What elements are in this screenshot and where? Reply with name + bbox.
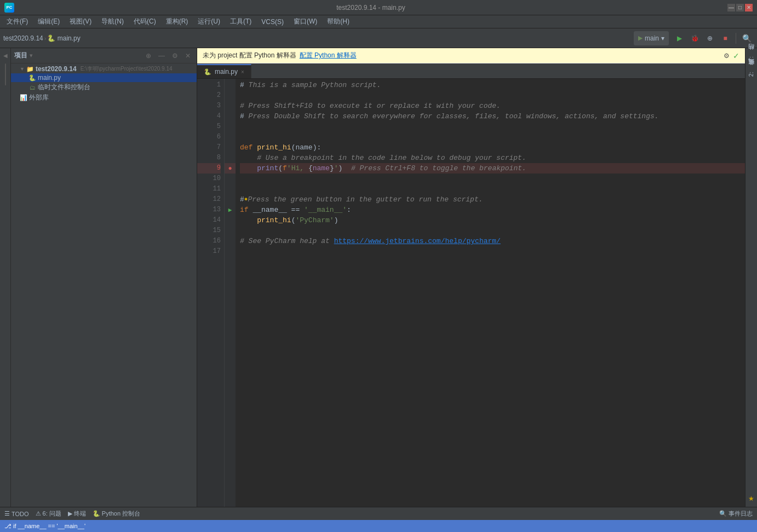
code-content[interactable]: # This is a sample Python script. # Pres… xyxy=(236,79,745,507)
debug-button[interactable]: 🐞 xyxy=(687,31,702,45)
tree-label-main-py: main.py xyxy=(38,74,61,82)
tree-label-external-lib: 外部库 xyxy=(29,93,49,102)
code-line-8: # Use a breakpoint in the code line belo… xyxy=(240,153,745,163)
run-config-name: main xyxy=(645,34,659,42)
menu-help[interactable]: 帮助(H) xyxy=(323,16,354,27)
notification-text: 未为 project 配置 Python 解释器 xyxy=(203,51,296,60)
code-line-10 xyxy=(240,174,745,184)
run-config-icon: ▶ xyxy=(638,34,643,42)
tab-main-py[interactable]: 🐍 main.py × xyxy=(197,64,251,78)
run-button[interactable]: ▶ xyxy=(672,31,686,45)
run-config-dropdown-icon: ▾ xyxy=(661,34,664,42)
menu-window[interactable]: 窗口(W) xyxy=(289,16,322,27)
tab-filename: main.py xyxy=(215,68,238,76)
breakpoint-marker[interactable]: ● xyxy=(225,163,236,174)
tab-bar: 🐍 main.py × xyxy=(197,63,745,79)
breadcrumb-file[interactable]: 🐍 main.py xyxy=(47,34,80,42)
gutter: ● ▶ xyxy=(225,79,236,507)
bottom-bar: ☰ TODO ⚠ 6: 问题 ▶ 终端 🐍 Python 控制台 🔍 事件日志 xyxy=(0,507,757,520)
notification-dismiss-icon[interactable]: ✓ xyxy=(733,51,739,60)
event-log-label: 事件日志 xyxy=(729,510,753,518)
window-controls: — □ ✕ xyxy=(727,4,753,11)
sidebar-toggle-icon[interactable]: ◀ xyxy=(1,50,10,60)
todo-icon: ☰ xyxy=(4,510,10,517)
app-logo: PC xyxy=(4,3,14,13)
menu-tools[interactable]: 工具(T) xyxy=(226,16,256,27)
toolbar: test2020.9.14 › 🐍 main.py ▶ main ▾ ▶ 🐞 ⊕… xyxy=(0,28,757,48)
problems-button[interactable]: ⚠ 6: 问题 xyxy=(36,510,61,518)
python-console-label: Python 控制台 xyxy=(102,510,140,518)
todo-button[interactable]: ☰ TODO xyxy=(4,510,29,517)
structure-panel-button[interactable]: 7: 结构 xyxy=(746,50,756,66)
terminal-button[interactable]: ▶ 终端 xyxy=(68,510,86,518)
favorites-panel-button[interactable]: 2: 收藏夹 xyxy=(746,66,756,81)
coverage-button[interactable]: ⊕ xyxy=(703,31,717,45)
event-log-button[interactable]: 🔍 事件日志 xyxy=(719,510,753,518)
run-arrow-marker[interactable]: ▶ xyxy=(225,205,236,215)
code-line-7: def print_hi(name): xyxy=(240,142,745,153)
stop-button[interactable]: ■ xyxy=(718,31,732,45)
run-configuration-selector[interactable]: ▶ main ▾ xyxy=(634,31,669,45)
python-console-icon: 🐍 xyxy=(93,510,100,517)
tab-python-icon: 🐍 xyxy=(204,68,211,76)
code-line-3: # Press Shift+F10 to execute it or repla… xyxy=(240,101,745,111)
terminal-icon: ▶ xyxy=(68,510,72,517)
breadcrumb-separator: › xyxy=(44,35,47,42)
tree-item-temp[interactable]: 🗂 临时文件和控制台 xyxy=(11,82,197,92)
project-collapse-button[interactable]: — xyxy=(156,50,167,61)
main-layout: ◀ 项目 ▾ ⊕ — ⚙ ✕ ▼ 📁 test2020.9.14 E:\李明\p… xyxy=(0,48,757,507)
git-icon: ⎇ xyxy=(4,523,12,530)
configure-interpreter-link[interactable]: 配置 Python 解释器 xyxy=(300,51,357,60)
file-tree: ▼ 📁 test2020.9.14 E:\李明\pycharmProject\t… xyxy=(11,63,197,507)
notification-gear-icon[interactable]: ⚙ xyxy=(724,52,730,60)
menu-code[interactable]: 代码(C) xyxy=(129,16,160,27)
terminal-label: 终端 xyxy=(74,510,86,518)
tree-item-project-root[interactable]: ▼ 📁 test2020.9.14 E:\李明\pycharmProject\t… xyxy=(11,65,197,73)
project-settings-button[interactable]: ⚙ xyxy=(169,50,180,61)
breadcrumb-project[interactable]: test2020.9.14 xyxy=(3,34,43,42)
menu-vcs[interactable]: VCS(S) xyxy=(257,17,288,27)
project-close-button[interactable]: ✕ xyxy=(182,50,193,61)
menu-navigate[interactable]: 导航(N) xyxy=(97,16,128,27)
code-line-5 xyxy=(240,122,745,132)
code-line-17 xyxy=(240,246,745,257)
code-line-16: # See PyCharm help at https://www.jetbra… xyxy=(240,236,745,246)
menu-file[interactable]: 文件(F) xyxy=(2,16,32,27)
tree-label-temp: 临时文件和控制台 xyxy=(38,83,90,92)
sidebar-drag-handle[interactable] xyxy=(5,63,6,85)
tab-close-button[interactable]: × xyxy=(241,69,244,75)
window-title: test2020.9.14 - main.py xyxy=(14,4,727,11)
editor-area: 未为 project 配置 Python 解释器 配置 Python 解释器 ⚙… xyxy=(197,48,745,507)
code-editor[interactable]: 1 2 3 4 5 6 7 8 9 10 11 12 13 14 15 16 1… xyxy=(197,79,745,507)
menu-refactor[interactable]: 重构(R) xyxy=(162,16,193,27)
menu-view[interactable]: 视图(V) xyxy=(65,16,96,27)
code-line-12: #●Press the green button in the gutter t… xyxy=(240,194,745,205)
title-bar: PC test2020.9.14 - main.py — □ ✕ xyxy=(0,0,757,15)
menu-run[interactable]: 运行(U) xyxy=(193,16,225,27)
close-button[interactable]: ✕ xyxy=(745,4,753,11)
minimize-button[interactable]: — xyxy=(727,4,735,11)
status-bar: ⎇ if __name__ == '__main__' xyxy=(0,520,757,532)
code-line-9: print(f'Hi, {name}') # Press Ctrl+F8 to … xyxy=(240,163,745,174)
search-everywhere-button[interactable]: 🔍 xyxy=(739,31,754,45)
bookmark-icon[interactable]: ★ xyxy=(748,495,754,502)
maximize-button[interactable]: □ xyxy=(736,4,744,11)
menu-bar: 文件(F) 编辑(E) 视图(V) 导航(N) 代码(C) 重构(R) 运行(U… xyxy=(0,15,757,28)
tree-item-main-py[interactable]: 🐍 main.py xyxy=(11,73,197,82)
menu-edit[interactable]: 编辑(E) xyxy=(33,16,64,27)
python-console-button[interactable]: 🐍 Python 控制台 xyxy=(93,510,140,518)
tree-chevron-root: ▼ xyxy=(20,66,25,72)
code-line-1: # This is a sample Python script. xyxy=(240,80,745,90)
project-panel-header: 项目 ▾ ⊕ — ⚙ ✕ xyxy=(11,48,197,63)
search-icon: 🔍 xyxy=(719,510,727,517)
status-branch-label: if __name__ == '__main__' xyxy=(13,523,85,529)
tree-path-root: E:\李明\pycharmProject\test2020.9.14 xyxy=(81,65,173,73)
project-dropdown-icon[interactable]: ▾ xyxy=(30,52,33,59)
toolbar-separator-1 xyxy=(736,33,736,44)
code-line-4: # Press Double Shift to search everywher… xyxy=(240,111,745,122)
project-add-button[interactable]: ⊕ xyxy=(143,50,154,61)
status-branch[interactable]: ⎇ if __name__ == '__main__' xyxy=(4,523,85,530)
code-line-15 xyxy=(240,225,745,236)
code-line-14: print_hi('PyCharm') xyxy=(240,215,745,225)
tree-item-external-lib[interactable]: 📊 外部库 xyxy=(11,92,197,103)
